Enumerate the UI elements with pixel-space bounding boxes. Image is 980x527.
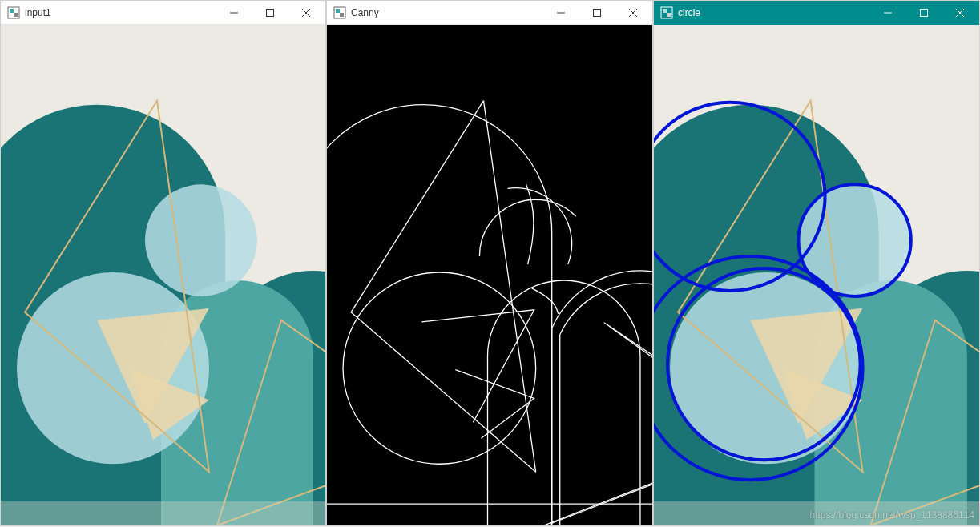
- image-viewport-circle: https://blog.csdn.net/wsp_1138886114: [654, 25, 979, 525]
- app-icon: [333, 6, 346, 19]
- titlebar-canny[interactable]: Canny: [327, 1, 652, 25]
- maximize-icon: [593, 9, 601, 17]
- svg-rect-42: [654, 501, 979, 525]
- svg-rect-4: [266, 9, 273, 16]
- maximize-icon: [920, 9, 928, 17]
- close-button[interactable]: [942, 1, 978, 25]
- minimize-button[interactable]: [216, 1, 252, 24]
- app-icon: [7, 6, 20, 19]
- artwork-circle: [654, 25, 979, 525]
- maximize-button[interactable]: [905, 1, 942, 25]
- titlebar-left: circle: [660, 6, 700, 19]
- window-controls: [216, 1, 324, 24]
- svg-rect-29: [663, 9, 667, 13]
- svg-rect-14: [1, 501, 325, 525]
- minimize-button[interactable]: [542, 1, 579, 24]
- close-icon: [302, 9, 310, 17]
- edges-canny: [327, 25, 652, 525]
- close-icon: [956, 9, 964, 17]
- image-viewport-canny: [327, 25, 652, 525]
- app-icon: [660, 6, 673, 19]
- titlebar-circle[interactable]: circle: [654, 1, 979, 25]
- svg-rect-16: [336, 9, 340, 13]
- close-button[interactable]: [615, 1, 651, 24]
- minimize-icon: [884, 9, 892, 17]
- maximize-button[interactable]: [579, 1, 615, 24]
- svg-point-9: [145, 184, 257, 296]
- svg-point-8: [17, 272, 209, 464]
- maximize-icon: [266, 9, 274, 17]
- svg-rect-32: [920, 10, 927, 17]
- titlebar-input1[interactable]: input1: [1, 1, 325, 25]
- window-title: Canny: [351, 7, 379, 18]
- window-canny: Canny: [326, 0, 653, 526]
- close-button[interactable]: [288, 1, 324, 24]
- svg-rect-30: [667, 13, 671, 17]
- close-icon: [629, 9, 637, 17]
- artwork-input1: [1, 25, 325, 525]
- svg-rect-17: [340, 13, 344, 17]
- svg-rect-1: [10, 9, 14, 13]
- window-title: circle: [678, 7, 700, 18]
- svg-rect-19: [593, 9, 600, 16]
- window-title: input1: [25, 7, 51, 18]
- titlebar-left: input1: [7, 6, 51, 19]
- minimize-button[interactable]: [869, 1, 905, 25]
- titlebar-left: Canny: [333, 6, 379, 19]
- minimize-icon: [557, 9, 565, 17]
- maximize-button[interactable]: [252, 1, 288, 24]
- svg-rect-2: [14, 13, 18, 17]
- image-viewport-input1: [1, 25, 325, 525]
- window-controls: [869, 1, 978, 25]
- window-input1: input1: [0, 0, 326, 526]
- minimize-icon: [230, 9, 238, 17]
- window-circle: circle: [653, 0, 980, 526]
- window-controls: [542, 1, 651, 24]
